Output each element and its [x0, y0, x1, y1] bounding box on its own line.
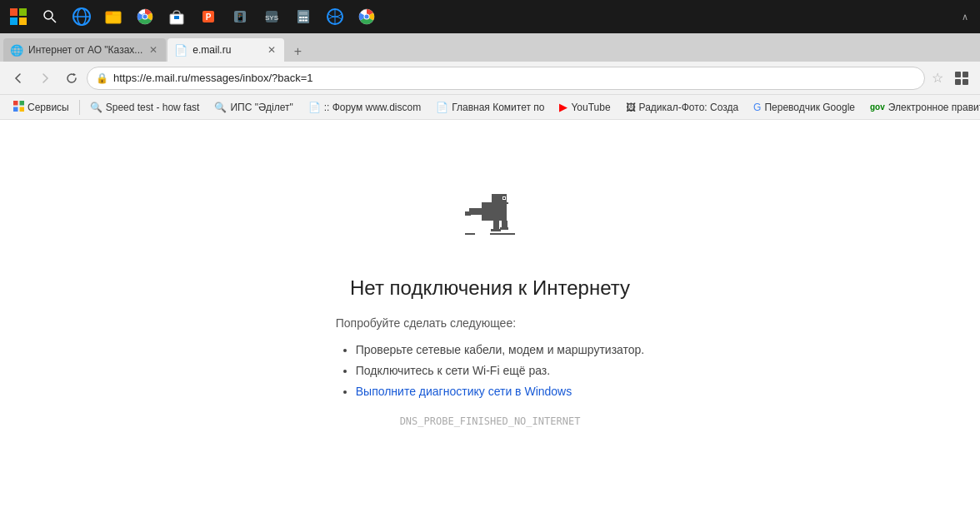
bookmark-star-button[interactable]: ☆	[928, 70, 947, 86]
error-code: DNS_PROBE_FINISHED_NO_INTERNET	[400, 415, 581, 427]
svg-rect-39	[13, 107, 18, 112]
taskbar-calc-icon[interactable]	[288, 2, 318, 32]
bookmark-speedtest-icon: 🔍	[90, 102, 102, 113]
svg-marker-32	[73, 73, 76, 76]
suggestion-3: Выполните диагностику сети в Windows	[356, 381, 645, 402]
tab-2-label: e.mail.ru	[192, 44, 261, 56]
svg-point-10	[143, 15, 148, 19]
forward-button[interactable]	[33, 67, 57, 90]
address-bar[interactable]: 🔒 https://e.mail.ru/messages/inbox/?back…	[87, 67, 925, 90]
error-list: Проверьте сетевые кабели, модем и маршру…	[336, 340, 645, 403]
tab-bar: 🌐 Интернет от АО "Казах... ✕ 📄 e.mail.ru…	[0, 33, 980, 62]
taskbar-misc2-icon[interactable]: 📱	[225, 2, 255, 32]
taskbar-chevron[interactable]: ∧	[957, 12, 973, 22]
svg-rect-12	[174, 16, 179, 19]
bookmark-adilet[interactable]: 🔍 ИПС "Әділет"	[208, 99, 299, 116]
tab-2-favicon: 📄	[174, 44, 188, 57]
taskbar-store-icon[interactable]	[162, 2, 192, 32]
taskbar-chrome2-icon[interactable]	[352, 2, 382, 32]
tab-1-label: Интернет от АО "Казах...	[28, 44, 142, 56]
error-suggestions-container: Попробуйте сделать следующее: Проверьте …	[336, 316, 645, 403]
svg-rect-47	[493, 213, 498, 216]
bookmark-speedtest-label: Speed test - how fast	[106, 102, 200, 113]
bookmark-servisy[interactable]: Сервисы	[7, 98, 76, 116]
address-lock-icon: 🔒	[96, 72, 108, 84]
svg-rect-22	[302, 17, 305, 18]
bookmark-youtube-icon: ▶	[559, 101, 568, 113]
diagnostics-link[interactable]: Выполните диагностику сети в Windows	[356, 385, 572, 398]
new-tab-button[interactable]: +	[286, 42, 309, 62]
svg-rect-55	[490, 233, 515, 235]
svg-rect-45	[504, 202, 508, 204]
taskbar-misc3-icon[interactable]: SYS	[257, 2, 287, 32]
svg-rect-23	[305, 17, 308, 18]
taskbar-ie2-icon[interactable]	[320, 2, 350, 32]
bookmark-komitet-icon: 📄	[436, 102, 448, 113]
svg-point-0	[44, 11, 52, 19]
svg-rect-40	[20, 107, 25, 112]
svg-line-1	[52, 18, 56, 22]
taskbar-misc1-icon[interactable]: P	[193, 2, 223, 32]
taskbar-chrome-icon[interactable]	[130, 2, 160, 32]
svg-rect-25	[302, 20, 305, 22]
svg-rect-52	[491, 229, 501, 231]
svg-text:P: P	[206, 12, 212, 22]
bookmark-youtube[interactable]: ▶ YouTube	[552, 98, 617, 116]
address-url-text: https://e.mail.ru/messages/inbox/?back=1	[113, 72, 916, 84]
suggestion-1: Проверьте сетевые кабели, модем и маршру…	[356, 340, 645, 360]
tab-1-favicon: 🌐	[10, 44, 23, 57]
reload-button[interactable]	[60, 67, 83, 90]
svg-rect-35	[955, 79, 961, 85]
bookmark-komitet[interactable]: 📄 Главная Комитет по	[429, 99, 551, 116]
tab-2[interactable]: 📄 e.mail.ru ✕	[168, 38, 284, 62]
bookmark-egov-label: Электронное правит	[888, 102, 980, 113]
bookmark-adilet-icon: 🔍	[214, 102, 227, 113]
svg-rect-44	[503, 197, 505, 199]
svg-rect-6	[106, 12, 112, 15]
svg-rect-20	[299, 12, 308, 15]
taskbar-explorer-icon[interactable]	[98, 2, 128, 32]
svg-rect-38	[20, 101, 25, 106]
svg-point-31	[365, 15, 369, 19]
offline-dino-icon	[457, 181, 523, 248]
bookmark-forum-label: :: Форум www.discom	[324, 102, 421, 113]
bookmark-youtube-label: YouTube	[571, 102, 610, 113]
tab-1-close[interactable]: ✕	[148, 42, 159, 57]
bookmark-speedtest[interactable]: 🔍 Speed test - how fast	[83, 99, 207, 116]
windows-start-button[interactable]	[3, 2, 33, 32]
taskbar-ie-icon[interactable]	[67, 2, 97, 32]
svg-rect-24	[299, 20, 302, 22]
svg-rect-53	[500, 227, 508, 230]
back-button[interactable]	[7, 67, 30, 90]
dino-container	[457, 181, 523, 251]
bookmark-forum-icon: 📄	[308, 102, 321, 113]
bookmark-forum[interactable]: 📄 :: Форум www.discom	[302, 99, 428, 116]
bookmark-translate[interactable]: G Переводчик Google	[747, 99, 862, 116]
svg-rect-26	[305, 20, 308, 22]
suggestion-2: Подключитесь к сети Wi-Fi ещё раз.	[356, 360, 645, 381]
svg-rect-37	[13, 101, 18, 106]
svg-rect-36	[962, 79, 968, 85]
taskbar-search-button[interactable]	[35, 2, 65, 32]
navigation-bar: 🔒 https://e.mail.ru/messages/inbox/?back…	[0, 62, 980, 95]
bookmark-adilet-label: ИПС "Әділет"	[230, 102, 292, 113]
tab-2-close[interactable]: ✕	[266, 42, 278, 57]
bookmark-radikal[interactable]: 🖼 Радикал-Фото: Созда	[619, 99, 746, 116]
taskbar: P 📱 SYS	[0, 0, 980, 33]
bookmark-radikal-label: Радикал-Фото: Созда	[639, 102, 739, 113]
bookmark-sep-1	[79, 100, 80, 115]
tab-1[interactable]: 🌐 Интернет от АО "Казах... ✕	[3, 38, 166, 62]
bookmark-servisy-icon	[13, 101, 24, 113]
error-title: Нет подключения к Интернету	[350, 276, 630, 300]
bookmark-translate-icon: G	[753, 102, 761, 113]
bookmark-radikal-icon: 🖼	[626, 102, 636, 113]
bookmark-komitet-label: Главная Комитет по	[452, 102, 544, 113]
svg-rect-54	[465, 233, 475, 235]
svg-rect-21	[299, 17, 302, 18]
error-subtitle: Попробуйте сделать следующее:	[336, 316, 645, 330]
bookmark-egov[interactable]: gov Электронное правит	[863, 99, 980, 116]
svg-rect-33	[955, 72, 961, 77]
bookmarks-bar: Сервисы 🔍 Speed test - how fast 🔍 ИПС "Ә…	[0, 95, 980, 120]
extensions-icon[interactable]	[950, 67, 973, 90]
svg-text:SYS: SYS	[265, 14, 278, 22]
